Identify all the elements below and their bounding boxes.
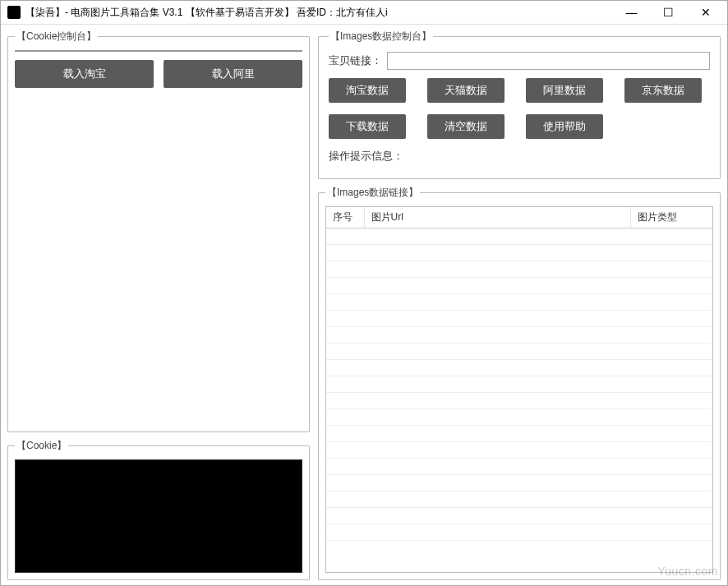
embedded-browser[interactable]: 1688 登录 KRN 采 购 xyxy=(15,50,302,52)
help-button[interactable]: 使用帮助 xyxy=(526,114,603,139)
images-links-group: 【Images数据链接】 序号 图片Url 图片类型 xyxy=(318,186,721,580)
images-links-legend: 【Images数据链接】 xyxy=(325,186,420,200)
link-label: 宝贝链接： xyxy=(329,53,382,68)
cookie-legend: 【Cookie】 xyxy=(15,439,68,453)
table-row[interactable] xyxy=(326,524,712,541)
tmall-data-button[interactable]: 天猫数据 xyxy=(427,78,505,103)
close-button[interactable]: ✕ xyxy=(687,1,724,24)
table-row[interactable] xyxy=(326,426,712,442)
table-row[interactable] xyxy=(326,475,712,491)
table-row[interactable] xyxy=(326,409,712,426)
table-row[interactable] xyxy=(326,311,712,327)
taobao-data-button[interactable]: 淘宝数据 xyxy=(329,78,406,103)
window-title: 【柒吾】- 电商图片工具箱合集 V3.1 【软件基于易语言开发】 吾爱ID：北方… xyxy=(25,6,388,20)
link-input[interactable] xyxy=(387,52,710,70)
table-row[interactable] xyxy=(326,327,712,344)
load-ali-button[interactable]: 载入阿里 xyxy=(164,60,302,88)
cookie-group: 【Cookie】 xyxy=(7,439,310,580)
col-type[interactable]: 图片类型 xyxy=(630,207,712,228)
table-row[interactable] xyxy=(326,376,712,393)
titlebar[interactable]: 【柒吾】- 电商图片工具箱合集 V3.1 【软件基于易语言开发】 吾爱ID：北方… xyxy=(1,1,727,25)
col-url[interactable]: 图片Url xyxy=(364,207,630,228)
load-buttons-row: 载入淘宝 载入阿里 xyxy=(15,60,302,88)
clear-data-button[interactable]: 清空数据 xyxy=(427,114,505,139)
link-row: 宝贝链接： xyxy=(329,52,710,70)
table-row[interactable] xyxy=(326,508,712,524)
ali-data-button[interactable]: 阿里数据 xyxy=(526,78,603,103)
table-row[interactable] xyxy=(326,278,712,294)
table-row[interactable] xyxy=(326,491,712,508)
hint-text: 操作提示信息： xyxy=(329,149,710,164)
table-header-row: 序号 图片Url 图片类型 xyxy=(326,207,712,228)
minimize-button[interactable]: — xyxy=(613,1,650,24)
table-row[interactable] xyxy=(326,261,712,278)
right-column: 【Images数据控制台】 宝贝链接： 淘宝数据 天猫数据 阿里数据 京东数据 … xyxy=(318,30,721,580)
col-index[interactable]: 序号 xyxy=(326,207,364,228)
jd-data-button[interactable]: 京东数据 xyxy=(624,78,702,103)
table-row[interactable] xyxy=(326,228,712,245)
images-table[interactable]: 序号 图片Url 图片类型 xyxy=(325,206,713,573)
body: 【Cookie控制台】 1688 登录 KRN 采 购 xyxy=(1,25,727,586)
app-icon xyxy=(7,6,21,19)
table-row[interactable] xyxy=(326,360,712,376)
left-column: 【Cookie控制台】 1688 登录 KRN 采 购 xyxy=(7,30,310,580)
table-row[interactable] xyxy=(326,459,712,475)
cookie-console-legend: 【Cookie控制台】 xyxy=(15,30,98,44)
table-row[interactable] xyxy=(326,294,712,311)
table-row[interactable] xyxy=(326,393,712,409)
horizontal-scrollbar[interactable] xyxy=(16,50,302,51)
cookie-textarea[interactable] xyxy=(15,459,302,573)
window-controls: — ☐ ✕ xyxy=(613,1,724,24)
table-row[interactable] xyxy=(326,245,712,261)
load-taobao-button[interactable]: 载入淘宝 xyxy=(15,60,154,88)
table-row[interactable] xyxy=(326,344,712,360)
app-window: 【柒吾】- 电商图片工具箱合集 V3.1 【软件基于易语言开发】 吾爱ID：北方… xyxy=(0,0,728,586)
data-buttons-grid: 淘宝数据 天猫数据 阿里数据 京东数据 下载数据 清空数据 使用帮助 xyxy=(329,78,710,139)
images-console-legend: 【Images数据控制台】 xyxy=(329,30,433,44)
images-console-group: 【Images数据控制台】 宝贝链接： 淘宝数据 天猫数据 阿里数据 京东数据 … xyxy=(318,30,721,179)
download-data-button[interactable]: 下载数据 xyxy=(329,114,406,139)
cookie-console-group: 【Cookie控制台】 1688 登录 KRN 采 购 xyxy=(7,30,310,432)
maximize-button[interactable]: ☐ xyxy=(650,1,687,24)
table-row[interactable] xyxy=(326,442,712,459)
